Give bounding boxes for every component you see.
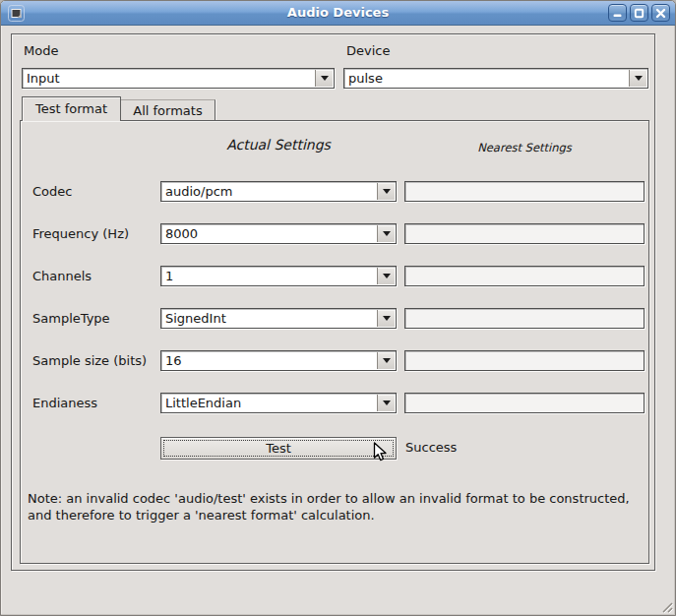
chevron-down-icon (383, 274, 391, 278)
format-row-label: Sample size (bits) (32, 353, 147, 368)
format-combobox-dropdown-button[interactable] (377, 352, 395, 369)
close-button[interactable] (651, 4, 670, 22)
format-combobox[interactable]: 1 (160, 266, 397, 286)
note-line-1: Note: an invalid codec 'audio/test' exis… (28, 490, 630, 507)
device-combobox-value: pulse (348, 71, 626, 86)
format-combobox[interactable]: 16 (160, 350, 397, 371)
close-icon (655, 8, 666, 19)
mode-combobox[interactable]: Input (22, 68, 335, 89)
window-title: Audio Devices (1, 5, 675, 20)
resize-grip-icon[interactable] (657, 597, 673, 613)
nearest-setting-field (404, 223, 645, 244)
tab-all-formats[interactable]: All formats (121, 99, 215, 120)
format-combobox-value: SignedInt (165, 311, 374, 326)
chevron-down-icon (635, 76, 643, 81)
format-combobox-dropdown-button[interactable] (377, 268, 395, 284)
format-combobox-dropdown-button[interactable] (377, 225, 395, 242)
chevron-down-icon (383, 316, 391, 321)
format-row: Codec audio/pcm (21, 181, 648, 204)
tab-test-format[interactable]: Test format (22, 96, 121, 121)
window-content: Mode Input Device pulse Test format All … (1, 27, 675, 615)
format-row-label: SampleType (32, 311, 110, 326)
format-row: Endianess LittleEndian (21, 393, 648, 415)
format-combobox[interactable]: audio/pcm (160, 181, 397, 202)
format-row: Frequency (Hz) 8000 (21, 223, 648, 246)
chevron-down-icon (383, 189, 391, 194)
mode-label: Mode (24, 43, 58, 58)
format-row-label: Codec (32, 184, 72, 199)
mode-combobox-value: Input (27, 71, 312, 86)
audio-devices-window: Audio Devices Mode Input (0, 0, 676, 616)
nearest-setting-field (404, 266, 645, 286)
mode-combobox-dropdown-button[interactable] (315, 70, 333, 87)
note-text: Note: an invalid codec 'audio/test' exis… (28, 490, 630, 524)
format-combobox[interactable]: SignedInt (160, 308, 397, 329)
titlebar[interactable]: Audio Devices (1, 1, 675, 26)
device-combobox-dropdown-button[interactable] (629, 70, 646, 87)
note-line-2: and therefore to trigger a 'nearest form… (28, 507, 630, 524)
maximize-icon (634, 8, 645, 19)
format-combobox-dropdown-button[interactable] (377, 395, 395, 411)
test-button[interactable]: Test (160, 437, 397, 460)
chevron-down-icon (383, 400, 391, 405)
nearest-setting-field (404, 308, 645, 329)
minimize-button[interactable] (608, 4, 627, 22)
chevron-down-icon (383, 231, 391, 236)
format-row-label: Endianess (32, 396, 97, 410)
nearest-setting-field (404, 181, 645, 202)
format-row: Channels 1 (21, 266, 648, 288)
format-row-label: Frequency (Hz) (32, 226, 129, 241)
maximize-button[interactable] (630, 4, 648, 22)
format-combobox[interactable]: LittleEndian (160, 393, 397, 413)
nearest-settings-header: Nearest Settings (404, 141, 645, 154)
format-combobox-value: 1 (165, 269, 374, 283)
format-row: Sample size (bits) 16 (21, 350, 648, 373)
format-combobox[interactable]: 8000 (160, 223, 397, 244)
device-combobox[interactable]: pulse (343, 68, 648, 89)
chevron-down-icon (321, 76, 329, 81)
format-combobox-value: 8000 (165, 226, 374, 241)
nearest-setting-field (404, 393, 645, 413)
test-status-label: Success (405, 440, 457, 455)
main-frame: Mode Input Device pulse Test format All … (11, 33, 655, 571)
device-label: Device (346, 43, 390, 58)
minimize-icon (612, 8, 623, 19)
format-combobox-dropdown-button[interactable] (377, 183, 395, 200)
test-format-tab-panel: Actual Settings Nearest Settings Codec a… (20, 120, 649, 564)
actual-settings-header: Actual Settings (160, 137, 397, 153)
format-combobox-value: LittleEndian (165, 396, 374, 410)
format-row-label: Channels (32, 269, 92, 283)
format-combobox-value: 16 (165, 353, 374, 368)
format-row: SampleType SignedInt (21, 308, 648, 331)
nearest-setting-field (404, 350, 645, 371)
format-combobox-dropdown-button[interactable] (377, 310, 395, 327)
chevron-down-icon (383, 358, 391, 363)
format-combobox-value: audio/pcm (165, 184, 374, 199)
